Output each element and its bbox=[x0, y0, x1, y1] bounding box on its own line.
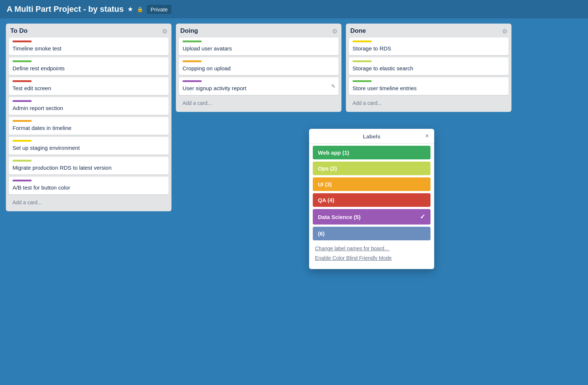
label-text: Data Science (5) bbox=[318, 214, 361, 220]
column-done-menu-icon[interactable]: ⊙ bbox=[502, 28, 507, 35]
card-dn2[interactable]: Storage to elastic search bbox=[349, 57, 509, 75]
card-label-bar bbox=[13, 140, 32, 142]
label-text: (6) bbox=[318, 230, 325, 237]
card-label-bar bbox=[183, 40, 202, 42]
labels-popup-title: Labels bbox=[363, 133, 380, 139]
card-label-bar bbox=[13, 180, 32, 181]
card-text: Migrate production RDS to latest version bbox=[13, 164, 165, 172]
card-c8[interactable]: A/B test for button color bbox=[9, 177, 169, 194]
label-check-icon: ✓ bbox=[420, 213, 425, 221]
card-text: Cropping on upload bbox=[183, 64, 335, 72]
labels-popup-header: Labels × bbox=[309, 129, 434, 144]
card-edit-icon[interactable]: ✎ bbox=[331, 83, 336, 89]
column-doing: Doing ⊙ Upload user avatarsCropping on u… bbox=[176, 24, 341, 112]
lock-icon: 🔒 bbox=[137, 6, 143, 12]
column-doing-menu-icon[interactable]: ⊙ bbox=[332, 28, 337, 35]
card-text: Test edit screen bbox=[13, 84, 165, 92]
card-dn3[interactable]: Store user timeline entries bbox=[349, 77, 509, 95]
column-todo: To Do ⊙ Timeline smoke testDefine rest e… bbox=[6, 24, 171, 211]
label-text: UI (3) bbox=[318, 181, 332, 187]
column-todo-title: To Do bbox=[10, 27, 28, 35]
labels-popup-close-button[interactable]: × bbox=[425, 133, 429, 139]
card-text: A/B test for button color bbox=[13, 184, 165, 191]
header: A Multi Part Project - by status ★ 🔒 Pri… bbox=[0, 0, 588, 18]
label-text: Web app (1) bbox=[318, 149, 349, 156]
card-label-bar bbox=[353, 40, 372, 42]
card-text: Admin report section bbox=[13, 104, 165, 112]
card-label-bar bbox=[13, 80, 32, 82]
column-done-title: Done bbox=[350, 27, 366, 35]
card-text: User signup activity report bbox=[183, 84, 335, 92]
card-text: Timeline smoke test bbox=[13, 45, 165, 52]
label-text: Ops (2) bbox=[318, 165, 337, 172]
card-dn1[interactable]: Storage to RDS bbox=[349, 38, 509, 55]
card-label-bar bbox=[183, 60, 202, 62]
label-item-l4[interactable]: QA (4) bbox=[313, 193, 431, 207]
card-label-bar bbox=[13, 160, 32, 162]
enable-colorblind-link[interactable]: Enable Color Blind Friendly Mode bbox=[315, 255, 428, 261]
card-d3[interactable]: User signup activity report✎ bbox=[179, 77, 339, 95]
card-text: Storage to RDS bbox=[353, 45, 505, 52]
card-text: Define rest endpoints bbox=[13, 64, 165, 72]
card-label-bar bbox=[13, 60, 32, 62]
done-card-list: Storage to RDSStorage to elastic searchS… bbox=[349, 38, 509, 95]
label-text: QA (4) bbox=[318, 197, 334, 203]
labels-list: Web app (1)Ops (2)UI (3)QA (4)Data Scien… bbox=[309, 146, 434, 240]
todo-add-card[interactable]: Add a card... bbox=[9, 197, 169, 208]
labels-popup-links: Change label names for board… Enable Col… bbox=[309, 240, 434, 261]
card-label-bar bbox=[13, 120, 32, 122]
labels-popup: Labels × Web app (1)Ops (2)UI (3)QA (4)D… bbox=[309, 129, 434, 269]
card-c7[interactable]: Migrate production RDS to latest version bbox=[9, 157, 169, 174]
card-c5[interactable]: Format dates in timeline bbox=[9, 117, 169, 135]
label-item-l5[interactable]: Data Science (5)✓ bbox=[313, 209, 431, 225]
doing-card-list: Upload user avatarsCropping on uploadUse… bbox=[179, 38, 339, 95]
card-c2[interactable]: Define rest endpoints bbox=[9, 57, 169, 75]
board: To Do ⊙ Timeline smoke testDefine rest e… bbox=[0, 18, 588, 216]
privacy-badge: Private bbox=[147, 5, 171, 14]
todo-card-list: Timeline smoke testDefine rest endpoints… bbox=[9, 38, 169, 194]
label-item-l6[interactable]: (6) bbox=[313, 227, 431, 240]
column-doing-header: Doing ⊙ bbox=[179, 27, 339, 38]
column-todo-header: To Do ⊙ bbox=[9, 27, 169, 38]
card-c4[interactable]: Admin report section bbox=[9, 97, 169, 115]
card-c1[interactable]: Timeline smoke test bbox=[9, 38, 169, 55]
card-label-bar bbox=[183, 80, 202, 82]
card-c3[interactable]: Test edit screen bbox=[9, 77, 169, 95]
column-done-header: Done ⊙ bbox=[349, 27, 509, 38]
card-label-bar bbox=[353, 80, 372, 82]
label-item-l2[interactable]: Ops (2) bbox=[313, 162, 431, 175]
doing-add-card[interactable]: Add a card... bbox=[179, 97, 339, 109]
card-d2[interactable]: Cropping on upload bbox=[179, 57, 339, 75]
card-label-bar bbox=[353, 60, 372, 62]
card-d1[interactable]: Upload user avatars bbox=[179, 38, 339, 55]
card-label-bar bbox=[13, 100, 32, 102]
label-item-l1[interactable]: Web app (1) bbox=[313, 146, 431, 159]
card-text: Store user timeline entries bbox=[353, 84, 505, 92]
card-label-bar bbox=[13, 40, 32, 42]
star-icon[interactable]: ★ bbox=[127, 5, 133, 13]
column-done: Done ⊙ Storage to RDSStorage to elastic … bbox=[346, 24, 511, 112]
card-text: Set up staging environment bbox=[13, 144, 165, 152]
card-c6[interactable]: Set up staging environment bbox=[9, 137, 169, 155]
card-text: Format dates in timeline bbox=[13, 124, 165, 132]
done-add-card[interactable]: Add a card... bbox=[349, 97, 509, 109]
column-doing-title: Doing bbox=[180, 27, 198, 35]
card-text: Upload user avatars bbox=[183, 45, 335, 52]
board-title: A Multi Part Project - by status bbox=[7, 4, 124, 14]
column-todo-menu-icon[interactable]: ⊙ bbox=[162, 28, 167, 35]
label-item-l3[interactable]: UI (3) bbox=[313, 177, 431, 191]
change-label-names-link[interactable]: Change label names for board… bbox=[315, 246, 428, 251]
card-text: Storage to elastic search bbox=[353, 64, 505, 72]
